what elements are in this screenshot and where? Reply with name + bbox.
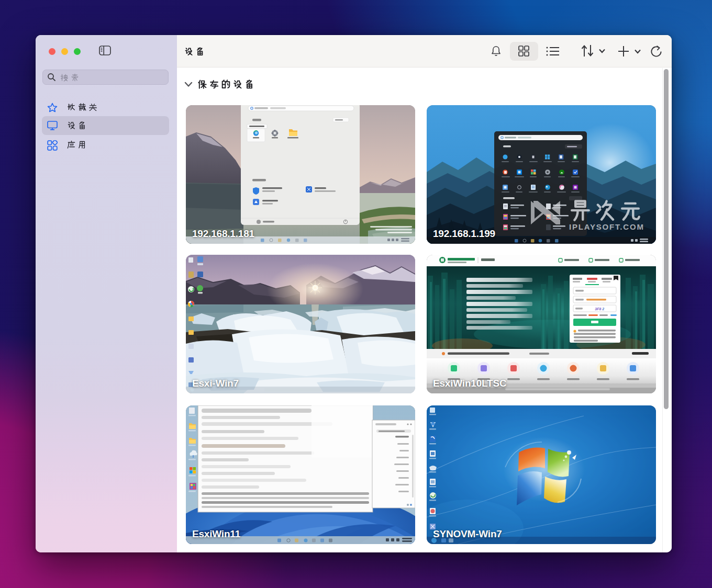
svg-text:IPLAYSOFT.COM: IPLAYSOFT.COM xyxy=(569,222,644,231)
svg-text:3F8: 3F8 xyxy=(595,307,602,311)
